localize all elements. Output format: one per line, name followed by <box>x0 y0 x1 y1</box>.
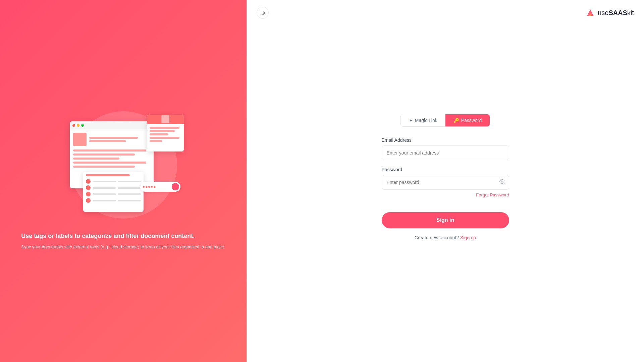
illustration <box>56 111 191 219</box>
signup-text: Create new account? Sign up <box>382 235 509 240</box>
toggle-row <box>140 182 180 192</box>
logo: useSAASkit <box>586 8 634 17</box>
magic-link-label: Magic Link <box>415 118 437 123</box>
left-subtext: Sync your documents with external tools … <box>21 244 225 251</box>
left-heading: Use tags or labels to categorize and fil… <box>21 232 225 240</box>
left-panel: Use tags or labels to categorize and fil… <box>0 0 247 362</box>
signup-link[interactable]: Sign up <box>460 235 476 240</box>
password-tab-label: Password <box>461 118 482 123</box>
top-bar: ☽ useSAASkit <box>247 0 644 25</box>
logo-saas: SAAS <box>608 9 627 16</box>
tab-magic-link[interactable]: ✦ Magic Link <box>401 114 445 126</box>
list-window-mockup <box>83 172 144 212</box>
create-account-text: Create new account? <box>415 235 459 240</box>
login-form: Email Address Password Forgot Password <box>382 137 509 240</box>
email-input[interactable] <box>382 145 509 160</box>
forgot-password-link[interactable]: Forgot Password <box>382 192 509 197</box>
magic-link-icon: ✦ <box>409 118 413 123</box>
logo-kit: kit <box>627 9 634 16</box>
dot-green <box>81 124 84 127</box>
logo-icon <box>586 8 595 17</box>
email-label: Email Address <box>382 137 509 143</box>
auth-tabs: ✦ Magic Link 🔑 Password <box>400 114 490 127</box>
password-group: Password Forgot Password <box>382 167 509 197</box>
password-tab-icon: 🔑 <box>453 118 459 123</box>
logo-text: useSAASkit <box>598 9 634 17</box>
eye-icon[interactable] <box>499 178 505 186</box>
password-wrapper <box>382 175 509 190</box>
email-group: Email Address <box>382 137 509 160</box>
logo-use: use <box>598 9 608 16</box>
tab-password[interactable]: 🔑 Password <box>445 114 490 126</box>
theme-toggle-button[interactable]: ☽ <box>257 7 269 19</box>
small-window-mockup <box>147 115 184 152</box>
password-input[interactable] <box>382 175 509 190</box>
dot-red <box>72 124 75 127</box>
signin-button[interactable]: Sign in <box>382 212 509 228</box>
right-panel: ☽ useSAASkit ✦ Magic Link 🔑 Password <box>247 0 644 362</box>
form-area: ✦ Magic Link 🔑 Password Email Address Pa… <box>247 25 644 362</box>
left-text-block: Use tags or labels to categorize and fil… <box>1 232 245 251</box>
password-label: Password <box>382 167 509 172</box>
dot-yellow <box>77 124 79 127</box>
moon-icon: ☽ <box>260 10 265 16</box>
